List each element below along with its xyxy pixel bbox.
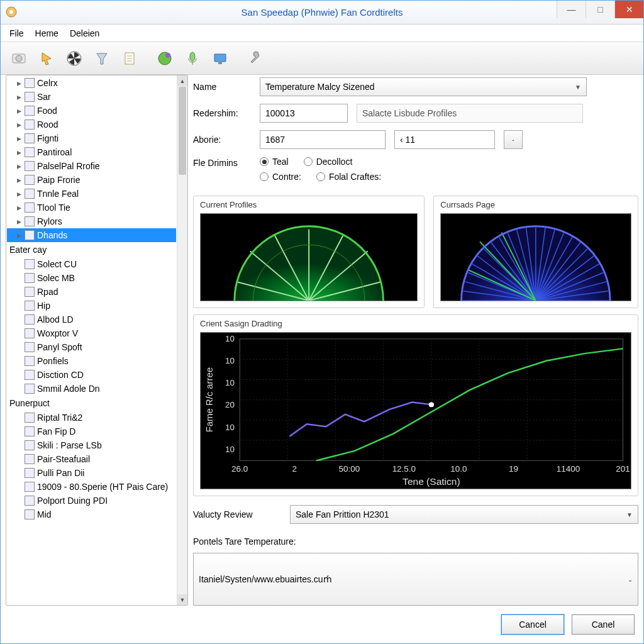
pontels-combo[interactable]: Itaniel/Systen/www.ebuairtes.cuḿ ⌄ (193, 553, 638, 606)
tree-item[interactable]: Rpad (7, 285, 176, 299)
tree-item-label: Riptal Tri&2 (37, 411, 82, 425)
tree-item-label: Paip Frorie (37, 173, 80, 187)
menu-deleien[interactable]: Deleien (70, 28, 99, 38)
scroll-up-icon[interactable]: ▲ (177, 75, 187, 86)
tree-panel: ▸Celrx▸Sar▸Food▸Rood▸Fignti▸Pantiroal▸Pa… (6, 75, 188, 606)
tree-item[interactable]: ▸Tnnle Feal (7, 187, 176, 201)
canel-button[interactable]: Canel (572, 614, 635, 635)
tool-funnel-icon[interactable] (90, 47, 114, 70)
svg-rect-13 (214, 54, 226, 62)
valucty-value: Sale Fan Prittion H2301 (296, 509, 389, 519)
node-icon (25, 92, 35, 102)
radio-teal[interactable]: Teal (260, 157, 289, 167)
aborie-a-input[interactable] (260, 130, 386, 149)
tool-globe-icon[interactable] (153, 47, 177, 70)
tool-monitor-icon[interactable] (208, 47, 232, 70)
maximize-button[interactable]: □ (586, 1, 614, 18)
node-icon (25, 384, 35, 394)
name-value: Temperature Malcy Sizened (265, 82, 375, 92)
tree-item[interactable]: Mid (7, 508, 176, 521)
node-icon (25, 342, 35, 352)
minimize-button[interactable]: — (557, 1, 586, 18)
tree-item-label: Albod LD (37, 313, 74, 326)
tree-item[interactable]: Albod LD (7, 313, 176, 326)
scroll-down-icon[interactable]: ▼ (177, 594, 187, 605)
scroll-thumb[interactable] (179, 87, 186, 175)
tree-item[interactable]: Pulli Pan Dii (7, 466, 176, 480)
content-area: ▸Celrx▸Sar▸Food▸Rood▸Fignti▸Pantiroal▸Pa… (6, 75, 638, 606)
tree-item-label: Tnnle Feal (37, 187, 79, 201)
tree-item[interactable]: ▸PalselPal Rrofie (7, 159, 176, 173)
tree-item[interactable]: Panyl Spoft (7, 340, 176, 354)
tree-item[interactable]: ▸Paip Frorie (7, 173, 176, 187)
tree-item[interactable]: Ponfiels (7, 354, 176, 368)
tree-item[interactable]: Solect CU (7, 257, 176, 271)
valucty-combo[interactable]: Sale Fan Prittion H2301 ▼ (290, 505, 638, 524)
tool-wrench-icon[interactable] (243, 47, 267, 70)
tree-group: Eater cay (7, 242, 176, 257)
tree-item[interactable]: Disction CD (7, 368, 176, 382)
tree-item[interactable]: Polport Duing PDI (7, 494, 176, 508)
redershim-label: Redershim: (193, 108, 251, 118)
tool-fan-icon[interactable] (62, 47, 86, 70)
chevron-down-icon: ▼ (575, 84, 581, 91)
node-icon (25, 175, 35, 185)
tree-item[interactable]: ▸Food (7, 104, 176, 118)
svg-text:201: 201 (616, 464, 630, 474)
svg-text:10: 10 (225, 423, 235, 432)
tree-item-label: Rylors (37, 214, 62, 228)
tree-item-label: Woxptor V (37, 326, 78, 340)
tree[interactable]: ▸Celrx▸Sar▸Food▸Rood▸Fignti▸Pantiroal▸Pa… (7, 76, 176, 604)
tree-item[interactable]: 19009 - 80.Sperie (HT Pais Care) (7, 480, 176, 494)
chart-canvas: 10101020101026.0250:0012.5.010.019114002… (200, 332, 631, 489)
tree-item[interactable]: ▸Rood (7, 118, 176, 131)
tree-scrollbar[interactable]: ▲ ▼ (177, 75, 187, 605)
radio-folal[interactable]: Folal Craftes: (316, 172, 381, 182)
tool-pointer-icon[interactable] (35, 47, 58, 70)
radio-decolloct[interactable]: Decolloct (304, 157, 353, 167)
tree-item[interactable]: ▸Rylors (7, 214, 176, 228)
tree-item-label: Food (37, 104, 57, 118)
tree-item[interactable]: Skili : Parse LSb (7, 438, 176, 452)
tool-mic-icon[interactable] (180, 47, 204, 70)
svg-text:10: 10 (225, 445, 235, 454)
tree-item[interactable]: ▸Fignti (7, 131, 176, 145)
tree-item[interactable]: Riptal Tri&2 (7, 411, 176, 425)
expand-icon: ▸ (16, 187, 22, 201)
tree-item[interactable]: Smmil Adole Dn (7, 382, 176, 396)
svg-rect-14 (218, 62, 222, 64)
salacte-profiles-field[interactable]: Salacte Lisbude Profiles (357, 104, 583, 123)
tree-item[interactable]: Fan Fip D (7, 425, 176, 438)
close-button[interactable]: ✕ (614, 1, 643, 18)
tool-page-icon[interactable] (118, 47, 142, 70)
svg-text:50:00: 50:00 (338, 464, 360, 474)
tool-hdd-icon[interactable] (7, 47, 31, 70)
tree-item[interactable]: ▸Celrx (7, 76, 176, 90)
radio-contre[interactable]: Contre: (260, 172, 301, 182)
aborie-more-button[interactable]: · (504, 130, 523, 149)
node-icon (25, 147, 35, 157)
expand-icon: ▸ (16, 214, 22, 228)
svg-point-63 (429, 402, 434, 407)
tree-item[interactable]: Solec MB (7, 271, 176, 285)
svg-text:20: 20 (225, 401, 235, 410)
tree-item[interactable]: ▸Sar (7, 90, 176, 104)
aborie-b-input[interactable] (394, 130, 495, 149)
tree-item[interactable]: Woxptor V (7, 326, 176, 340)
expand-icon: ▸ (16, 118, 22, 131)
tree-item[interactable]: Pair-Steafuail (7, 452, 176, 466)
node-icon (25, 216, 35, 226)
tree-item[interactable]: ▸Tlool Tie (7, 201, 176, 214)
menu-heme[interactable]: Heme (35, 28, 58, 38)
cancel-button[interactable]: Cancel (501, 614, 564, 635)
node-icon (25, 106, 35, 116)
node-icon (25, 440, 35, 450)
tree-item[interactable]: ▸Pantiroal (7, 145, 176, 159)
tree-item[interactable]: Hip (7, 299, 176, 313)
menu-file[interactable]: File (9, 28, 24, 38)
redershim-input[interactable] (260, 104, 348, 123)
app-icon (6, 6, 17, 18)
tree-item[interactable]: ▸Dhands (7, 228, 176, 242)
expand-icon: ▸ (16, 145, 22, 159)
name-combo[interactable]: Temperature Malcy Sizened ▼ (260, 77, 587, 96)
